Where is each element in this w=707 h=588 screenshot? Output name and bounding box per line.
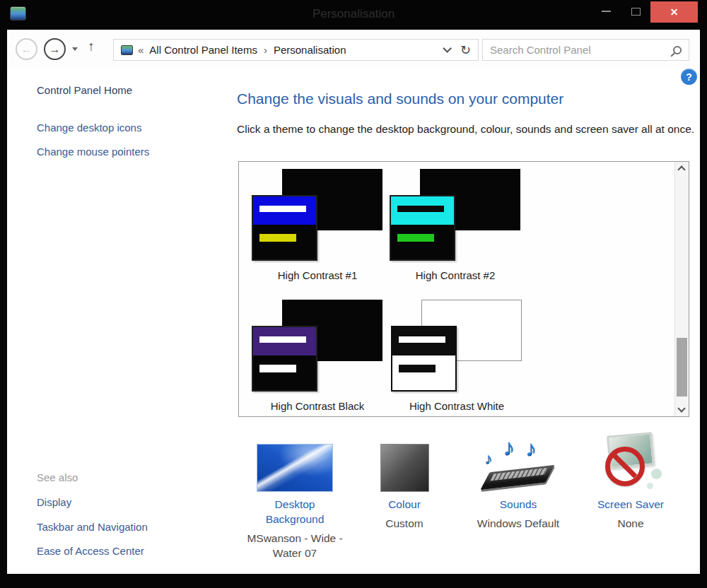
theme-name: High Contrast #1 <box>252 269 383 281</box>
colour-swatch-icon <box>380 444 429 492</box>
setting-screen-saver: Screen Saver None <box>571 433 691 531</box>
desktop-background-button[interactable] <box>257 433 333 492</box>
close-button[interactable]: ✕ <box>650 1 698 23</box>
page-title: Change the visuals and sounds on your co… <box>237 90 563 107</box>
search-icon[interactable] <box>673 46 682 54</box>
setting-sounds: ♪ ♪ ♪ Sounds Windows Default <box>458 433 578 531</box>
screen-saver-link[interactable]: Screen Saver <box>597 497 664 512</box>
scroll-up-icon[interactable] <box>677 165 685 173</box>
breadcrumb-all-control-panel-items[interactable]: All Control Panel Items <box>149 44 257 56</box>
see-also-header: See also <box>37 471 78 483</box>
theme-preview-icon <box>252 300 383 392</box>
prohibition-icon <box>605 447 645 486</box>
minimize-icon <box>602 11 611 12</box>
control-panel-icon <box>121 45 133 55</box>
colour-value: Custom <box>385 516 423 531</box>
address-dropdown-icon[interactable] <box>443 44 452 53</box>
theme-window-swatch <box>390 195 455 261</box>
sidebar-item-change-mouse-pointers[interactable]: Change mouse pointers <box>37 146 149 158</box>
forward-button[interactable]: → <box>44 38 66 60</box>
maximize-button[interactable] <box>622 0 649 23</box>
colour-button[interactable] <box>380 433 429 492</box>
sidebar-item-taskbar-and-navigation[interactable]: Taskbar and Navigation <box>37 521 148 533</box>
sidebar-item-change-desktop-icons[interactable]: Change desktop icons <box>37 122 141 134</box>
theme-high-contrast-2[interactable]: High Contrast #2 <box>390 169 521 281</box>
refresh-button[interactable]: ↻ <box>453 39 479 61</box>
titlebar: Personalisation ✕ <box>0 0 707 30</box>
desktop-background-thumbnail-icon <box>257 444 333 492</box>
navigation-bar: ← → ↑ « All Control Panel Items › Person… <box>7 30 700 68</box>
sidebar-item-control-panel-home[interactable]: Control Panel Home <box>37 84 132 96</box>
colour-link[interactable]: Colour <box>388 497 421 512</box>
minimize-button[interactable] <box>592 0 619 23</box>
help-icon[interactable]: ? <box>681 69 697 85</box>
setting-colour: Colour Custom <box>344 433 464 531</box>
sidebar-item-display[interactable]: Display <box>37 496 71 508</box>
history-dropdown-icon[interactable] <box>72 47 78 51</box>
sounds-link[interactable]: Sounds <box>500 497 537 512</box>
theme-preview-icon <box>391 300 522 392</box>
theme-high-contrast-1[interactable]: High Contrast #1 <box>252 169 383 281</box>
theme-name: High Contrast White <box>391 400 522 412</box>
theme-high-contrast-white[interactable]: High Contrast White <box>391 300 522 412</box>
breadcrumb-personalisation[interactable]: Personalisation <box>274 44 346 56</box>
setting-desktop-background: Desktop Background MSwanson - Wide - Wat… <box>235 433 355 560</box>
theme-high-contrast-black[interactable]: High Contrast Black <box>252 300 383 412</box>
sounds-value: Windows Default <box>477 516 559 531</box>
theme-window-swatch <box>252 326 317 392</box>
screen-saver-value: None <box>617 516 643 531</box>
theme-window-swatch <box>391 326 457 392</box>
theme-preview-icon <box>390 169 521 261</box>
page-description: Click a theme to change the desktop back… <box>237 120 696 138</box>
search-box <box>482 39 689 61</box>
back-button[interactable]: ← <box>16 38 37 60</box>
theme-window-swatch <box>252 195 317 261</box>
theme-list: High Contrast #1 High Contrast #2 High C <box>238 161 689 417</box>
search-input[interactable] <box>490 44 669 56</box>
theme-name: High Contrast #2 <box>390 269 521 281</box>
desktop-background-value: MSwanson - Wide - Water 07 <box>235 531 354 560</box>
sounds-button[interactable]: ♪ ♪ ♪ <box>481 433 555 492</box>
up-one-level-button[interactable]: ↑ <box>82 39 100 59</box>
sounds-icon: ♪ ♪ ♪ <box>481 434 555 492</box>
screen-saver-icon <box>598 433 663 492</box>
scrollbar-thumb[interactable] <box>677 338 687 396</box>
breadcrumb-separator-icon: › <box>264 44 267 56</box>
address-bar[interactable]: « All Control Panel Items › Personalisat… <box>113 39 454 61</box>
breadcrumb-prefix: « <box>138 44 144 56</box>
theme-preview-icon <box>252 169 383 261</box>
maximize-icon <box>631 8 641 16</box>
scroll-down-icon[interactable] <box>677 404 685 412</box>
screen-saver-button[interactable] <box>598 433 663 492</box>
theme-name: High Contrast Black <box>252 400 383 412</box>
desktop-background-link[interactable]: Desktop Background <box>256 497 334 527</box>
keyboard-icon <box>480 465 554 490</box>
window-client-area: ← → ↑ « All Control Panel Items › Person… <box>7 30 700 574</box>
sidebar-item-ease-of-access-center[interactable]: Ease of Access Center <box>37 545 144 557</box>
theme-list-scrollbar[interactable] <box>674 162 689 416</box>
